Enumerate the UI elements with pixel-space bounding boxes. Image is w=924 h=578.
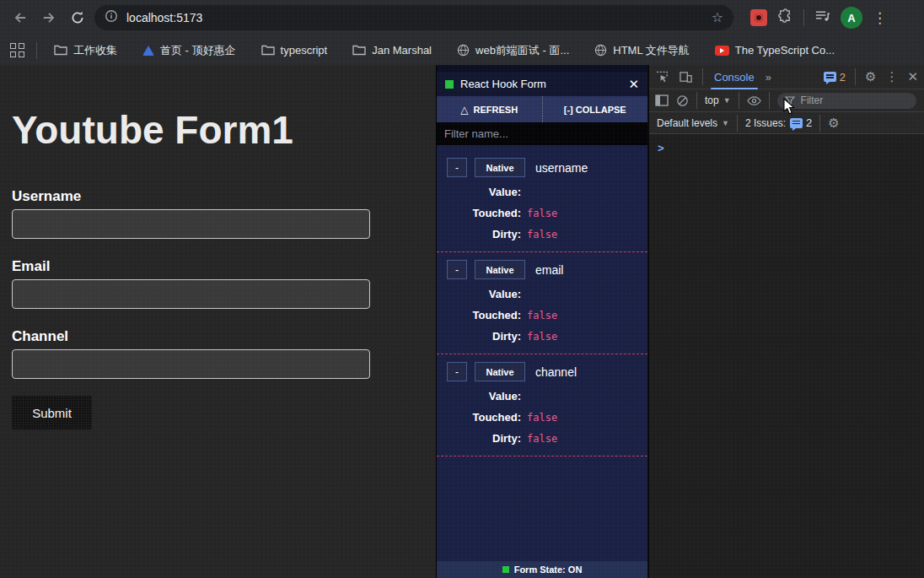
- rhf-panel-top-strip: [437, 65, 647, 72]
- rhf-field-list: - Native username Value: Touched:false D…: [437, 145, 647, 561]
- rhf-panel-title: React Hook Form: [460, 78, 546, 90]
- chevron-down-icon: ▼: [722, 119, 729, 127]
- rhf-touched-label: Touched:: [447, 411, 521, 424]
- bookmarks-separator: [36, 42, 37, 59]
- log-levels-selector[interactable]: Default levels▼: [657, 117, 729, 129]
- username-label: Username: [12, 188, 81, 205]
- rhf-native-badge[interactable]: Native: [475, 260, 525, 279]
- chrome-menu-icon[interactable]: ⋮: [873, 9, 887, 27]
- reload-button[interactable]: [66, 6, 89, 30]
- extension-red-icon[interactable]: [750, 9, 767, 26]
- rhf-dirty-value: false: [527, 433, 557, 445]
- rhf-remove-button[interactable]: -: [447, 260, 467, 279]
- site-info-icon[interactable]: [105, 9, 118, 26]
- rhf-native-badge[interactable]: Native: [475, 158, 525, 177]
- rhf-value-label: Value:: [447, 390, 521, 402]
- rhf-remove-button[interactable]: -: [447, 362, 467, 381]
- console-output-area[interactable]: >: [649, 134, 924, 578]
- console-filter-input[interactable]: Filter: [777, 93, 916, 109]
- media-playlist-icon[interactable]: [814, 9, 830, 26]
- devtools-menu-icon[interactable]: ⋮: [885, 69, 898, 84]
- rhf-field-channel: - Native channel Value: Touched:false Di…: [437, 354, 647, 456]
- devtools-separator: [696, 92, 697, 109]
- inspect-element-icon[interactable]: [655, 70, 669, 84]
- submit-button[interactable]: Submit: [12, 396, 92, 429]
- console-sidebar-icon[interactable]: [655, 95, 669, 106]
- devtools-tab-bar: Console » 2 ⚙ ⋮ ✕: [649, 65, 924, 89]
- rhf-touched-value: false: [527, 412, 557, 424]
- more-tabs-icon[interactable]: »: [766, 71, 770, 84]
- devtools-close-icon[interactable]: ✕: [907, 69, 918, 84]
- rhf-touched-label: Touched:: [447, 207, 521, 219]
- folder-icon: [352, 45, 366, 56]
- folder-icon: [54, 45, 67, 56]
- rhf-refresh-button[interactable]: △ REFRESH: [437, 96, 543, 122]
- bookmarks-bar: 工作收集 首页 - 顶好惠企 typescript Jan Marshal we…: [0, 35, 924, 65]
- devtools-separator: [855, 68, 856, 85]
- forward-button[interactable]: [37, 6, 61, 30]
- rhf-close-icon[interactable]: ✕: [628, 78, 639, 90]
- console-settings-icon[interactable]: ⚙: [828, 116, 839, 131]
- globe-icon: [457, 44, 470, 57]
- bookmark-item[interactable]: HTML 文件导航: [586, 43, 698, 58]
- profile-avatar[interactable]: A: [841, 7, 862, 29]
- devtools-separator: [769, 92, 770, 109]
- rhf-field-email: - Native email Value: Touched:false Dirt…: [437, 252, 647, 354]
- bookmark-item[interactable]: The TypeScript Co...: [706, 44, 843, 57]
- bookmark-item[interactable]: web前端面试 - 面...: [449, 43, 578, 58]
- bookmark-star-icon[interactable]: ☆: [712, 11, 723, 24]
- device-toolbar-icon[interactable]: [679, 71, 693, 84]
- rhf-touched-label: Touched:: [447, 309, 521, 321]
- page-title: Youtube Form1: [12, 107, 293, 153]
- rhf-field-name: username: [535, 161, 588, 175]
- refresh-triangle-icon: △: [460, 104, 468, 116]
- toolbar-separator: [803, 9, 804, 26]
- issues-badge[interactable]: 2: [824, 71, 846, 84]
- react-hook-form-devtools-panel: React Hook Form ✕ △ REFRESH [-] COLLAPSE…: [436, 65, 647, 578]
- url-text[interactable]: localhost:5173: [126, 11, 703, 24]
- bookmark-item[interactable]: Jan Marshal: [344, 44, 440, 57]
- username-input[interactable]: [12, 209, 370, 239]
- rhf-touched-value: false: [527, 310, 557, 321]
- rhf-logo-icon: [445, 80, 454, 89]
- youtube-icon: [715, 46, 729, 56]
- rhf-filter-input[interactable]: [437, 122, 647, 145]
- devtools-separator: [819, 115, 820, 132]
- address-bar[interactable]: localhost:5173 ☆: [94, 5, 733, 30]
- email-label: Email: [12, 258, 50, 275]
- globe-icon: [594, 44, 607, 57]
- bookmark-item[interactable]: 首页 - 顶好惠企: [134, 43, 244, 58]
- email-input[interactable]: [12, 279, 370, 309]
- rhf-dirty-value: false: [527, 331, 557, 343]
- rhf-form-state-bar[interactable]: Form State: ON: [437, 561, 647, 578]
- apps-grid-icon[interactable]: [10, 43, 24, 57]
- rhf-field-name: email: [535, 263, 563, 277]
- clear-console-icon[interactable]: [676, 95, 689, 107]
- rhf-dirty-value: false: [527, 229, 557, 240]
- devtools-separator: [739, 92, 739, 109]
- rhf-remove-button[interactable]: -: [447, 158, 467, 177]
- issues-count-label[interactable]: 2 Issues:: [745, 117, 786, 129]
- live-expression-eye-icon[interactable]: [747, 95, 761, 106]
- devtools-separator: [702, 68, 703, 85]
- mouse-cursor: [783, 98, 796, 120]
- extensions-puzzle-icon[interactable]: [777, 8, 793, 28]
- content-area: Youtube Form1 Username Email Channel Sub…: [0, 65, 924, 578]
- context-selector[interactable]: top▼: [705, 95, 731, 106]
- rhf-field-username: - Native username Value: Touched:false D…: [437, 150, 647, 252]
- rhf-native-badge[interactable]: Native: [475, 362, 525, 381]
- back-button[interactable]: [8, 6, 32, 30]
- rhf-value-label: Value:: [447, 186, 521, 198]
- devtools-settings-icon[interactable]: ⚙: [865, 69, 876, 84]
- browser-toolbar: localhost:5173 ☆ A ⋮: [0, 0, 924, 35]
- site-icon: [142, 46, 154, 56]
- rhf-collapse-button[interactable]: [-] COLLAPSE: [543, 96, 648, 122]
- console-prompt[interactable]: >: [658, 142, 664, 154]
- rhf-panel-header: React Hook Form ✕: [437, 72, 647, 96]
- devtools-panel: Console » 2 ⚙ ⋮ ✕: [647, 65, 924, 578]
- channel-input[interactable]: [12, 349, 370, 379]
- web-page: Youtube Form1 Username Email Channel Sub…: [0, 65, 436, 578]
- tab-console[interactable]: Console: [712, 65, 756, 89]
- bookmark-item[interactable]: 工作收集: [46, 43, 126, 58]
- bookmark-item[interactable]: typescript: [253, 44, 336, 57]
